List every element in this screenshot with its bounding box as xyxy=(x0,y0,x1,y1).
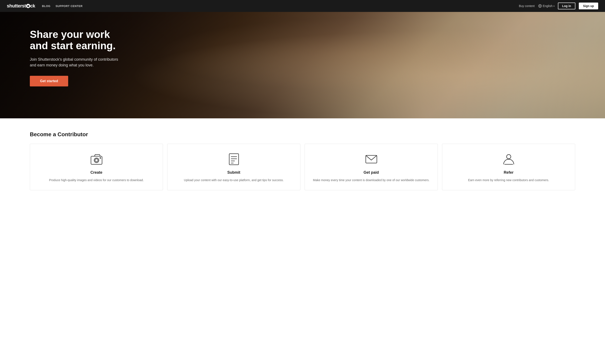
card-submit: Submit Upload your content with our easy… xyxy=(167,144,300,190)
card-get-paid: Get paid Make money every time your cont… xyxy=(305,144,438,190)
signup-button[interactable]: Sign up xyxy=(579,2,598,9)
navbar: shutterst◉ck BLOG SUPPORT CENTER Buy con… xyxy=(0,0,605,12)
hero-title: Share your work and start earning. xyxy=(30,29,119,52)
hero-subtitle: Join Shutterstock's global community of … xyxy=(30,57,119,68)
camera-icon xyxy=(90,152,103,166)
logo-circle-icon: ◉ xyxy=(26,4,30,8)
login-button[interactable]: Log in xyxy=(558,2,575,9)
logo[interactable]: shutterst◉ck xyxy=(7,3,35,9)
document-icon xyxy=(227,152,241,166)
svg-rect-7 xyxy=(229,154,239,165)
language-selector[interactable]: English ▾ xyxy=(538,4,554,8)
logo-text: shutterst xyxy=(7,3,26,9)
envelope-icon xyxy=(364,152,378,166)
nav-links: BLOG SUPPORT CENTER xyxy=(42,4,519,8)
svg-point-13 xyxy=(507,155,511,159)
globe-icon xyxy=(538,4,542,8)
main-content: Become a Contributor Create Produce high… xyxy=(0,118,605,203)
svg-point-6 xyxy=(100,157,101,158)
card-create: Create Produce high-quality images and v… xyxy=(30,144,163,190)
nav-link-support-center[interactable]: SUPPORT CENTER xyxy=(56,4,83,8)
svg-point-5 xyxy=(95,159,98,162)
card-refer: Refer Earn even more by referring new co… xyxy=(442,144,575,190)
section-title: Become a Contributor xyxy=(30,131,575,138)
logo-text-end: ck xyxy=(30,3,35,9)
card-get-paid-desc: Make money every time your content is do… xyxy=(313,178,430,182)
person-icon xyxy=(502,152,515,166)
card-refer-desc: Earn even more by referring new contribu… xyxy=(468,178,549,182)
card-submit-title: Submit xyxy=(227,170,240,175)
card-create-desc: Produce high-quality images and videos f… xyxy=(49,178,144,182)
card-refer-title: Refer xyxy=(504,170,513,175)
buy-content-link[interactable]: Buy content xyxy=(519,4,535,8)
nav-right: Buy content English ▾ Log in Sign up xyxy=(519,2,598,9)
language-label: English xyxy=(543,4,552,8)
hero-content: Share your work and start earning. Join … xyxy=(0,12,149,104)
get-started-button[interactable]: Get started xyxy=(30,76,68,86)
chevron-down-icon: ▾ xyxy=(553,5,554,7)
hero-section: Share your work and start earning. Join … xyxy=(0,12,605,118)
card-create-title: Create xyxy=(90,170,102,175)
nav-link-blog[interactable]: BLOG xyxy=(42,4,51,8)
card-submit-desc: Upload your content with our easy-to-use… xyxy=(184,178,283,182)
cards-grid: Create Produce high-quality images and v… xyxy=(30,144,575,190)
card-get-paid-title: Get paid xyxy=(363,170,379,175)
